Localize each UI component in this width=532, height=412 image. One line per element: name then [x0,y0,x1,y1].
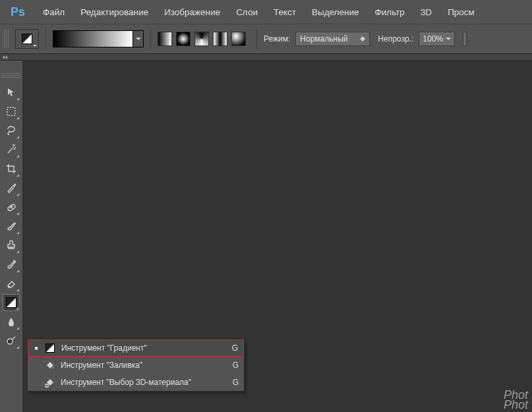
gradient-angle-button[interactable] [194,32,209,46]
gradient-preview[interactable] [53,30,144,47]
blur-tool[interactable] [3,313,20,330]
options-handle-icon[interactable] [4,30,10,48]
toolbar-handle-icon[interactable] [1,73,21,78]
flyout-label: Инструмент "Заливка" [61,361,227,370]
eraser-tool[interactable] [3,275,20,292]
tool-preset-button[interactable] [15,29,39,49]
menu-text[interactable]: Текст [266,5,303,20]
history-brush-tool[interactable] [3,256,20,273]
menu-image[interactable]: Изображение [157,5,227,20]
selected-dot-icon: ■ [34,345,39,351]
chevron-left-icon[interactable] [5,55,7,59]
divider [45,29,46,49]
menu-select[interactable]: Выделение [305,5,367,20]
divider [150,29,151,49]
divider [256,29,257,49]
watermark: PhotPhot [504,390,528,410]
dodge-tool[interactable] [3,332,20,349]
opacity-value: 100% [423,34,444,44]
gradient-linear-button[interactable] [158,32,172,46]
options-bar: Режим: Нормальный Непрозр.: 100% [0,24,532,54]
healing-brush-tool[interactable] [3,198,20,216]
gradient-icon [44,342,56,354]
menu-bar: Ps Файл Редактирование Изображение Слои … [0,0,532,24]
chevron-down-icon [33,45,37,47]
tool-flyout: ■ Инструмент "Градиент" G Инструмент "За… [27,339,245,392]
flyout-shortcut: G [233,361,239,370]
chevron-down-icon [136,38,141,40]
menu-filter[interactable]: Фильтр [368,5,412,20]
opacity-label: Непрозр.: [378,34,413,44]
menu-view[interactable]: Просм [440,5,482,20]
chevron-down-icon [446,38,451,40]
opacity-field[interactable]: 100% [419,32,455,46]
flyout-item-paint-bucket[interactable]: Инструмент "Заливка" G [28,357,244,374]
crop-tool[interactable] [3,160,20,177]
gradient-diamond-button[interactable] [231,32,246,46]
menu-edit[interactable]: Редактирование [73,5,156,20]
gradient-swatch-icon[interactable] [53,30,133,47]
blend-mode-value: Нормальный [300,34,347,44]
flyout-label: Инструмент "Выбор 3D-материала" [61,378,227,387]
lasso-tool[interactable] [3,122,20,139]
flyout-shortcut: G [232,343,238,353]
brush-tool[interactable] [3,218,20,235]
tools-panel [0,61,23,412]
menu-file[interactable]: Файл [36,5,72,20]
tab-strip [0,54,532,61]
eyedropper-tool[interactable] [3,179,20,196]
spinner-icon [360,36,365,42]
blend-mode-select[interactable]: Нормальный [295,32,370,46]
move-tool[interactable] [3,84,20,101]
stamp-tool[interactable] [3,237,20,254]
paint-bucket-icon [44,359,55,371]
svg-rect-0 [7,107,15,115]
tool-preset-icon [22,34,32,44]
gradient-icon [6,297,16,308]
spacer [33,380,38,385]
app-logo: Ps [5,5,30,19]
gradient-reflected-button[interactable] [213,32,227,46]
gradient-tool[interactable] [3,294,20,311]
chevron-left-icon[interactable] [3,55,5,59]
menu-layers[interactable]: Слои [229,5,265,20]
gradient-radial-button[interactable] [176,32,191,46]
flyout-shortcut: G [233,378,239,387]
flyout-item-gradient[interactable]: ■ Инструмент "Градиент" G [28,339,244,357]
magic-wand-tool[interactable] [3,141,20,158]
marquee-tool[interactable] [3,103,20,120]
flyout-item-3d-material[interactable]: Инструмент "Выбор 3D-материала" G [28,374,244,391]
flyout-label: Инструмент "Градиент" [61,343,227,353]
svg-point-2 [7,339,13,344]
option-chip[interactable] [463,32,467,46]
paint-bucket-3d-icon [44,376,55,388]
gradient-picker-button[interactable] [133,30,144,47]
mode-label: Режим: [264,34,290,44]
spacer [33,363,38,368]
menu-3d[interactable]: 3D [413,5,439,20]
